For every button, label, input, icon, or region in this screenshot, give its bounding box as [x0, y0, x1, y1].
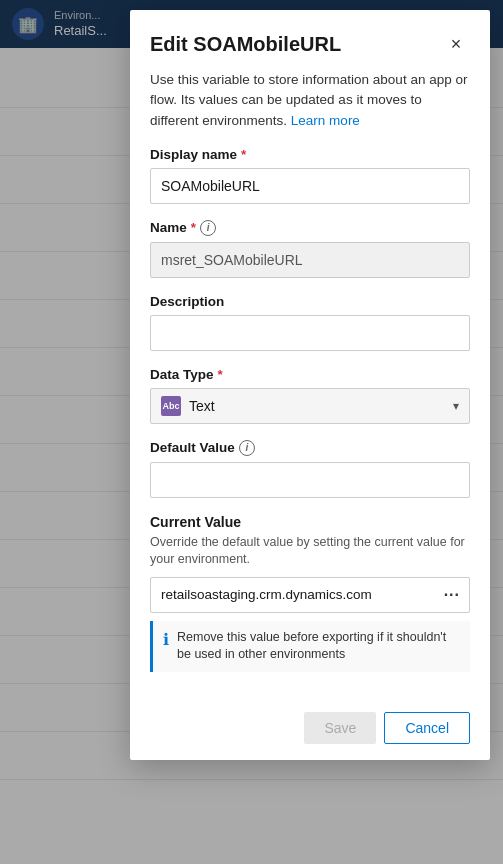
description-field-group: Description — [150, 294, 470, 351]
data-type-select[interactable]: Abc Text ▾ — [150, 388, 470, 424]
name-field-group: Name * i — [150, 220, 470, 278]
info-icon: ℹ — [163, 630, 169, 649]
data-type-icon: Abc — [161, 396, 181, 416]
data-type-value: Text — [189, 398, 215, 414]
modal-body: Display name * Name * i Description Data — [130, 147, 490, 688]
current-value-input-wrapper: ··· — [150, 577, 470, 613]
current-value-description: Override the default value by setting th… — [150, 534, 470, 569]
warning-text: Remove this value before exporting if it… — [177, 629, 460, 664]
chevron-down-icon: ▾ — [453, 399, 459, 413]
description-label: Description — [150, 294, 470, 309]
name-label: Name * i — [150, 220, 470, 236]
display-name-required: * — [241, 147, 246, 162]
display-name-label: Display name * — [150, 147, 470, 162]
close-button[interactable]: × — [442, 30, 470, 58]
default-value-input[interactable] — [150, 462, 470, 498]
warning-box: ℹ Remove this value before exporting if … — [150, 621, 470, 672]
default-value-label: Default Value i — [150, 440, 470, 456]
learn-more-link[interactable]: Learn more — [291, 113, 360, 128]
data-type-required: * — [218, 367, 223, 382]
display-name-input[interactable] — [150, 168, 470, 204]
data-type-label: Data Type * — [150, 367, 470, 382]
display-name-field-group: Display name * — [150, 147, 470, 204]
name-input — [150, 242, 470, 278]
default-value-field-group: Default Value i — [150, 440, 470, 498]
edit-modal: Edit SOAMobileURL × Use this variable to… — [130, 10, 490, 760]
name-required: * — [191, 220, 196, 235]
modal-header: Edit SOAMobileURL × — [130, 10, 490, 70]
save-button[interactable]: Save — [304, 712, 376, 744]
default-value-info-icon[interactable]: i — [239, 440, 255, 456]
current-value-input[interactable] — [150, 577, 470, 613]
modal-footer: Save Cancel — [130, 696, 490, 760]
current-value-field-group: Current Value Override the default value… — [150, 514, 470, 672]
description-input[interactable] — [150, 315, 470, 351]
ellipsis-button[interactable]: ··· — [440, 584, 464, 606]
data-type-select-wrapper: Abc Text ▾ — [150, 388, 470, 424]
cancel-button[interactable]: Cancel — [384, 712, 470, 744]
current-value-section-label: Current Value — [150, 514, 470, 530]
modal-description: Use this variable to store information a… — [130, 70, 490, 147]
name-info-icon[interactable]: i — [200, 220, 216, 236]
modal-title: Edit SOAMobileURL — [150, 33, 341, 56]
data-type-field-group: Data Type * Abc Text ▾ — [150, 367, 470, 424]
